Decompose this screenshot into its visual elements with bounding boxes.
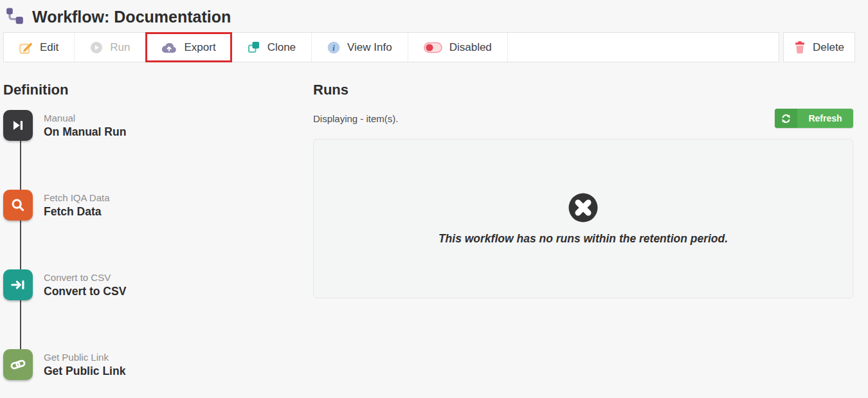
- arrow-to-bar-icon: [3, 269, 33, 300]
- step-on-manual-run[interactable]: Manual On Manual Run: [3, 110, 313, 141]
- workflow-nodes-icon: [5, 7, 24, 26]
- step-type: Get Public Link: [44, 352, 125, 363]
- step-name: On Manual Run: [44, 125, 126, 139]
- page-header: Workflow: Documentation: [0, 0, 868, 28]
- run-button[interactable]: Run: [75, 33, 146, 62]
- runs-toolbar-row: Displaying - item(s). Refresh: [313, 109, 853, 128]
- trash-icon: [794, 41, 806, 54]
- delete-button[interactable]: Delete: [783, 32, 855, 62]
- step-get-public-link[interactable]: Get Public Link Get Public Link: [3, 349, 313, 380]
- toolbar: Edit Run Export: [3, 32, 855, 62]
- view-info-button-label: View Info: [347, 41, 392, 54]
- definition-section: Definition Manual On Manual Run: [3, 82, 313, 380]
- runs-empty-state: This workflow has no runs within the ret…: [313, 139, 853, 298]
- displaying-count-text: Displaying - item(s).: [313, 113, 399, 124]
- clone-icon: [248, 41, 260, 54]
- info-circle-icon: i: [327, 41, 340, 54]
- link-icon: [3, 349, 33, 380]
- cloud-upload-icon: [161, 42, 177, 53]
- export-button[interactable]: Export: [146, 33, 231, 62]
- skip-forward-icon: [3, 110, 33, 141]
- view-info-button[interactable]: i View Info: [312, 33, 408, 62]
- edit-button[interactable]: Edit: [4, 33, 75, 62]
- page-title: Workflow: Documentation: [32, 8, 231, 26]
- workflow-steps: Manual On Manual Run Fetch IQA Data Fetc…: [3, 110, 313, 380]
- runs-section: Runs Displaying - item(s). Refresh: [313, 82, 853, 380]
- refresh-button-label: Refresh: [797, 113, 853, 123]
- step-text: Manual On Manual Run: [44, 110, 126, 141]
- export-button-label: Export: [184, 41, 215, 54]
- step-type: Convert to CSV: [44, 272, 126, 283]
- step-name: Convert to CSV: [44, 285, 126, 298]
- step-text: Get Public Link Get Public Link: [44, 349, 125, 380]
- step-type: Manual: [44, 113, 126, 123]
- disabled-toggle-button[interactable]: Disabled: [408, 33, 508, 62]
- clone-button[interactable]: Clone: [232, 33, 312, 62]
- runs-heading: Runs: [313, 82, 853, 98]
- main-area: Definition Manual On Manual Run: [0, 82, 868, 380]
- step-type: Fetch IQA Data: [44, 192, 110, 203]
- step-convert-to-csv[interactable]: Convert to CSV Convert to CSV: [3, 269, 313, 300]
- step-fetch-data[interactable]: Fetch IQA Data Fetch Data: [3, 190, 313, 221]
- empty-state-message: This workflow has no runs within the ret…: [439, 232, 728, 246]
- run-button-label: Run: [110, 41, 130, 54]
- toolbar-spacer: [508, 33, 779, 62]
- pen-square-icon: [19, 41, 33, 54]
- toolbar-main: Edit Run Export: [3, 32, 779, 62]
- delete-button-label: Delete: [813, 41, 844, 54]
- refresh-button[interactable]: Refresh: [775, 109, 853, 128]
- step-text: Convert to CSV Convert to CSV: [44, 269, 126, 300]
- step-name: Fetch Data: [44, 205, 110, 219]
- svg-text:i: i: [332, 42, 335, 52]
- clone-button-label: Clone: [267, 41, 296, 54]
- step-name: Get Public Link: [44, 365, 125, 378]
- search-icon: [3, 190, 33, 221]
- step-text: Fetch IQA Data Fetch Data: [44, 190, 110, 221]
- disabled-toggle-label: Disabled: [449, 41, 492, 54]
- edit-button-label: Edit: [40, 41, 59, 54]
- sync-icon: [775, 109, 797, 128]
- play-circle-icon: [90, 41, 103, 54]
- x-circle-icon: [568, 192, 599, 223]
- toggle-off-icon: [424, 42, 442, 53]
- definition-heading: Definition: [3, 82, 313, 98]
